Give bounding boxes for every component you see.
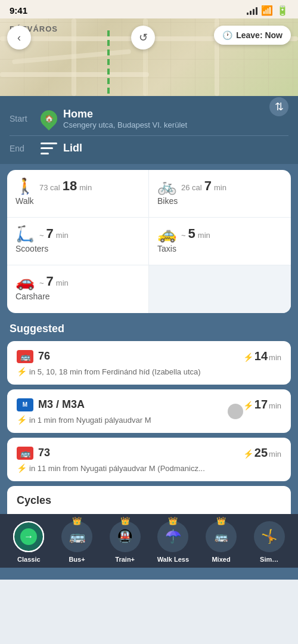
end-name: Lidl (63, 142, 82, 154)
route-73-time: 25 (254, 446, 268, 460)
map-area: PÓTVÁROS ‹ ↺ 🕐 Leave: Now (0, 18, 298, 96)
bike-cal: 26 cal (181, 183, 202, 192)
train-plus-label: Train+ (115, 556, 135, 563)
metro-icon-m3: M (17, 398, 33, 411)
leave-label: Leave: Now (236, 30, 283, 40)
route-m3-number: M3 / M3A (38, 398, 85, 411)
classic-arrow-icon: → (20, 528, 37, 545)
lightning-icon-m3: ⚡ (243, 401, 253, 410)
end-label: End (10, 144, 35, 153)
bus-plus-icon-wrap: 👑 🚌 (61, 521, 92, 552)
carshare-time: 7 (46, 274, 54, 289)
route-76-time: 14 (254, 349, 268, 363)
sim-icon: 🤸 (261, 529, 277, 544)
suggestion-m3[interactable]: M M3 / M3A ⚡ 17 min ⚡ in 1 min from Nyug… (7, 389, 291, 433)
scooter-icon: 🛴 (15, 226, 35, 242)
bike-time: 7 (204, 178, 212, 194)
signal-icon (247, 7, 257, 15)
start-label: Start (10, 114, 35, 123)
route-73-number: 73 (38, 447, 50, 459)
train-plus-icon-wrap: 👑 🚇 (110, 521, 141, 552)
battery-icon: 🔋 (277, 5, 288, 16)
suggested-title: Suggested (0, 319, 298, 341)
refresh-button[interactable]: ↺ (131, 26, 155, 49)
leave-now-button[interactable]: 🕐 Leave: Now (214, 26, 291, 45)
walk-less-icon: ☂️ (165, 529, 181, 544)
cycles-section: Cycles (7, 486, 291, 514)
transport-walk[interactable]: 🚶 73 cal 18 min Walk (7, 170, 149, 218)
nav-train-plus[interactable]: 👑 🚇 Train+ (101, 521, 149, 563)
transport-grid: 🚶 73 cal 18 min Walk 🚲 26 cal 7 min (7, 170, 291, 313)
nav-crown-bus: 👑 (72, 516, 82, 525)
start-row: Start Home Csengery utca, Budapest VI. k… (10, 106, 288, 132)
detail-icon-76: ⚡ (17, 367, 27, 376)
walk-icon: 🚶 (15, 178, 35, 194)
transport-taxis[interactable]: 🚕 ~ 5 min Taxis (149, 218, 291, 265)
route-m3-time: 17 (254, 398, 268, 411)
route-76-number: 76 (38, 350, 50, 363)
taxi-time: 5 (188, 226, 195, 242)
walk-label: Walk (15, 196, 140, 206)
bottom-nav: → Classic 👑 🚌 Bus+ 👑 🚇 Train+ 👑 ☂️ (0, 514, 298, 568)
main-panel: Start Home Csengery utca, Budapest VI. k… (0, 96, 298, 580)
walk-cal: 73 cal (39, 183, 60, 192)
nav-bus-plus[interactable]: 👑 🚌 Bus+ (53, 521, 101, 563)
nav-classic[interactable]: → Classic (5, 521, 53, 563)
walk-less-label: Walk Less (157, 556, 189, 563)
car-icon: 🚗 (15, 274, 35, 289)
bike-icon: 🚲 (157, 178, 176, 194)
bike-label: Bikes (157, 196, 283, 206)
classic-label: Classic (17, 556, 41, 563)
train-plus-icon: 🚇 (117, 529, 133, 544)
start-address: Csengery utca, Budapest VI. kerület (63, 120, 187, 129)
mixed-icon-wrap: 👑 🚌 (206, 521, 237, 552)
nav-crown-train: 👑 (120, 516, 130, 525)
status-bar: 9:41 📶 🔋 (0, 0, 298, 18)
suggestion-73[interactable]: 🚌 73 ⚡ 25 min ⚡ in 11 min from Nyugati p… (7, 438, 291, 481)
sim-icon-wrap: 🤸 (254, 521, 285, 552)
status-icons: 📶 🔋 (247, 5, 288, 16)
route-line (107, 30, 110, 96)
route-header: Start Home Csengery utca, Budapest VI. k… (0, 96, 298, 164)
walk-less-icon-wrap: 👑 ☂️ (157, 521, 188, 552)
end-row: End Lidl (10, 140, 288, 157)
bus-icon-73: 🚌 (17, 447, 33, 460)
bus-plus-icon: 🚌 (69, 529, 85, 544)
menu-icon (41, 143, 57, 154)
nav-crown-walk: 👑 (168, 516, 178, 525)
lightning-icon: ⚡ (243, 352, 253, 362)
lightning-icon-73: ⚡ (243, 449, 253, 459)
transport-carshare[interactable]: 🚗 ~ 7 min Carshare (7, 265, 149, 313)
suggestion-76[interactable]: 🚌 76 ⚡ 14 min ⚡ in 5, 10, 18 min from Fe… (7, 341, 291, 385)
detail-icon-m3: ⚡ (17, 415, 27, 425)
nav-mixed[interactable]: 👑 🚌 Mixed (197, 521, 246, 563)
gray-dot (228, 404, 243, 419)
transport-bikes[interactable]: 🚲 26 cal 7 min Bikes (149, 170, 291, 218)
bus-plus-label: Bus+ (69, 556, 85, 563)
walk-time: 18 (63, 178, 77, 194)
cycles-title: Cycles (17, 494, 281, 507)
carshare-label: Carshare (15, 292, 140, 301)
nav-crown-mixed: 👑 (216, 516, 226, 525)
taxi-icon: 🚕 (157, 226, 176, 242)
scooter-time: 7 (46, 226, 54, 242)
route-76-detail: in 5, 10, 18 min from Ferdinánd híd (Iza… (29, 367, 201, 376)
bus-icon-76: 🚌 (17, 350, 33, 363)
clock-icon: 🕐 (222, 30, 232, 40)
route-m3-detail: in 1 min from Nyugati pályaudvar M (29, 416, 151, 425)
swap-button[interactable]: ⇅ (269, 97, 288, 116)
scooter-label: Scooters (15, 244, 140, 253)
classic-icon-wrap: → (13, 521, 44, 552)
transport-empty (149, 265, 291, 313)
sim-label: Sim… (260, 556, 278, 563)
wifi-icon: 📶 (261, 5, 273, 16)
nav-walk-less[interactable]: 👑 ☂️ Walk Less (149, 521, 197, 563)
transport-scooters[interactable]: 🛴 ~ 7 min Scooters (7, 218, 149, 265)
nav-sim[interactable]: 🤸 Sim… (245, 521, 293, 563)
detail-icon-73: ⚡ (17, 463, 27, 473)
route-73-detail: in 11 min from Nyugati pályaudvar M (Pod… (29, 464, 205, 473)
back-button[interactable]: ‹ (7, 26, 31, 49)
status-time: 9:41 (10, 5, 27, 16)
home-icon (37, 107, 61, 131)
start-name: Home (63, 108, 187, 120)
